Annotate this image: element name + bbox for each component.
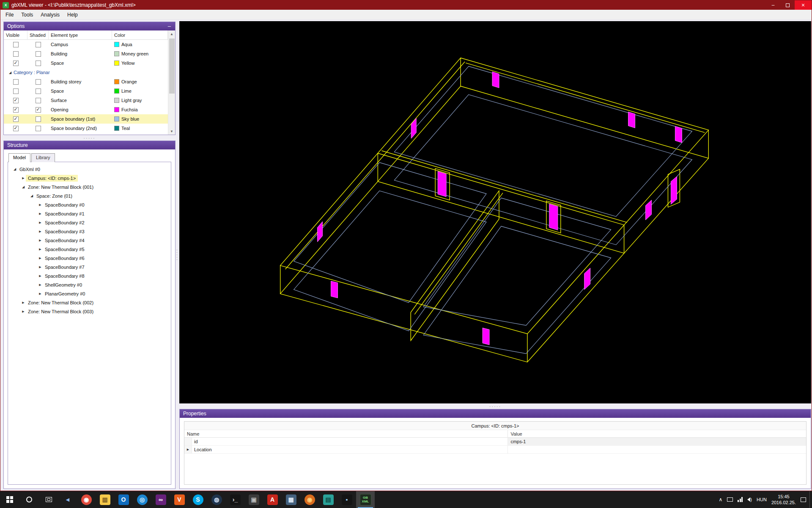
visible-checkbox[interactable] bbox=[13, 126, 19, 131]
taskbar-app-file-explorer[interactable]: ▥ bbox=[96, 491, 114, 508]
tab-model[interactable]: Model bbox=[8, 153, 30, 162]
main-splitter-vertical[interactable]: ····· bbox=[176, 20, 179, 491]
3d-viewport[interactable] bbox=[179, 21, 811, 403]
visible-checkbox[interactable] bbox=[13, 98, 19, 103]
minimize-button[interactable]: – bbox=[766, 0, 780, 10]
shaded-checkbox[interactable] bbox=[36, 51, 41, 57]
menu-item-file[interactable]: File bbox=[2, 11, 17, 19]
expander-icon[interactable]: ◢ bbox=[29, 194, 34, 198]
shaded-checkbox[interactable] bbox=[36, 79, 41, 85]
taskbar-app-vlc[interactable]: V bbox=[170, 491, 189, 508]
taskbar-app-skype[interactable]: S bbox=[189, 491, 207, 508]
display-icon[interactable] bbox=[727, 497, 733, 502]
taskbar-app-steam[interactable]: ◍ bbox=[207, 491, 226, 508]
expander-icon[interactable]: ▶ bbox=[38, 292, 43, 295]
options-row[interactable]: Space boundary (1st)Sky blue bbox=[4, 114, 168, 124]
tree-item[interactable]: ▶SpaceBoundary #6 bbox=[8, 254, 171, 262]
tree-item[interactable]: ▶ShellGeometry #0 bbox=[8, 280, 171, 289]
hidden-icons-chevron-icon[interactable]: ∧ bbox=[719, 497, 723, 502]
expander-icon[interactable]: ▶ bbox=[186, 448, 191, 451]
visible-checkbox[interactable] bbox=[13, 51, 19, 57]
expander-icon[interactable]: ▶ bbox=[38, 221, 43, 224]
menu-item-tools[interactable]: Tools bbox=[17, 11, 37, 19]
shaded-checkbox[interactable] bbox=[36, 107, 41, 113]
tree-item[interactable]: ▶SpaceBoundary #3 bbox=[8, 227, 171, 236]
options-row[interactable]: SpaceYellow bbox=[4, 58, 168, 68]
shaded-checkbox[interactable] bbox=[36, 42, 41, 47]
taskbar-app-acrobat[interactable]: A bbox=[263, 491, 282, 508]
expander-icon[interactable]: ▶ bbox=[21, 177, 26, 180]
maximize-button[interactable] bbox=[780, 0, 795, 10]
options-row[interactable]: CampusAqua bbox=[4, 40, 168, 49]
taskbar-app-photos-app[interactable]: ▪ bbox=[337, 491, 356, 508]
task-view-button[interactable] bbox=[39, 491, 58, 508]
start-button[interactable] bbox=[0, 491, 19, 508]
options-row[interactable]: OpeningFuchsia bbox=[4, 105, 168, 114]
scroll-down-icon[interactable]: ▼ bbox=[168, 128, 175, 135]
taskbar-app-mail-app[interactable]: ◄ bbox=[58, 491, 77, 508]
taskbar-app-gbxml-viewer[interactable]: GBXML bbox=[356, 491, 375, 508]
property-row[interactable]: idcmps-1 bbox=[184, 438, 806, 446]
action-center-icon[interactable] bbox=[801, 497, 806, 502]
tree-item[interactable]: ▶SpaceBoundary #5 bbox=[8, 245, 171, 254]
options-row[interactable]: Space boundary (2nd)Teal bbox=[4, 124, 168, 133]
visible-checkbox[interactable] bbox=[13, 107, 19, 113]
taskbar-app-browser[interactable]: ◎ bbox=[133, 491, 151, 508]
taskbar-app-folder-app[interactable]: ▤ bbox=[319, 491, 337, 508]
tree-item[interactable]: ◢Space: Zone (01) bbox=[8, 191, 171, 200]
property-row[interactable]: ▶Location bbox=[184, 446, 806, 454]
taskbar-app-save-tool[interactable]: ▦ bbox=[282, 491, 300, 508]
taskbar-app-firefox[interactable]: ◉ bbox=[300, 491, 319, 508]
options-scrollbar[interactable]: ▲ ▼ bbox=[168, 30, 175, 135]
expander-icon[interactable]: ▶ bbox=[38, 248, 43, 251]
expander-icon[interactable]: ▶ bbox=[38, 274, 43, 278]
visible-checkbox[interactable] bbox=[13, 79, 19, 85]
expander-icon[interactable]: ▶ bbox=[21, 310, 26, 313]
tree-item[interactable]: ▶Zone: New Thermal Block (002) bbox=[8, 298, 171, 307]
expander-icon[interactable]: ◢ bbox=[21, 185, 26, 189]
taskbar-app-visual-studio[interactable]: ∞ bbox=[151, 491, 170, 508]
tree-item[interactable]: ▶SpaceBoundary #8 bbox=[8, 271, 171, 280]
expander-icon[interactable]: ▶ bbox=[38, 265, 43, 269]
viewport-properties-splitter[interactable]: ····· bbox=[179, 403, 811, 409]
expander-icon[interactable]: ▶ bbox=[38, 257, 43, 260]
tab-library[interactable]: Library bbox=[31, 153, 55, 162]
network-icon[interactable] bbox=[738, 497, 743, 502]
tree-item[interactable]: ▶SpaceBoundary #4 bbox=[8, 236, 171, 245]
visible-checkbox[interactable] bbox=[13, 42, 19, 47]
expander-icon[interactable]: ◢ bbox=[12, 167, 17, 171]
tree-item[interactable]: ▶SpaceBoundary #7 bbox=[8, 262, 171, 271]
expander-icon[interactable]: ▶ bbox=[21, 301, 26, 304]
shaded-checkbox[interactable] bbox=[36, 116, 41, 122]
options-row[interactable]: BuildingMoney green bbox=[4, 49, 168, 58]
expander-icon[interactable]: ▶ bbox=[38, 230, 43, 233]
expander-icon[interactable]: ▶ bbox=[38, 283, 43, 287]
options-row[interactable]: SpaceLime bbox=[4, 86, 168, 96]
options-category-row[interactable]: ◢Category : Planar bbox=[4, 68, 168, 77]
taskbar-app-app-dark[interactable]: ▣ bbox=[244, 491, 263, 508]
visible-checkbox[interactable] bbox=[13, 116, 19, 122]
shaded-checkbox[interactable] bbox=[36, 98, 41, 103]
taskbar-app-command-prompt[interactable]: ›_ bbox=[226, 491, 244, 508]
close-button[interactable]: × bbox=[795, 0, 812, 10]
expander-icon[interactable]: ▶ bbox=[38, 239, 43, 242]
shaded-checkbox[interactable] bbox=[36, 126, 41, 131]
options-row[interactable]: Building storeyOrange bbox=[4, 77, 168, 86]
options-row[interactable]: SurfaceLight gray bbox=[4, 96, 168, 105]
tree-item[interactable]: ▶Campus: <ID: cmps-1> bbox=[8, 174, 171, 182]
tree-item[interactable]: ▶PlanarGeometry #0 bbox=[8, 289, 171, 298]
expander-icon[interactable]: ▶ bbox=[38, 212, 43, 215]
scroll-up-icon[interactable]: ▲ bbox=[168, 30, 175, 37]
language-indicator[interactable]: HUN bbox=[757, 497, 767, 502]
tree-item[interactable]: ▶SpaceBoundary #1 bbox=[8, 209, 171, 218]
row-gutter[interactable]: ▶ bbox=[184, 446, 192, 453]
visible-checkbox[interactable] bbox=[13, 88, 19, 94]
tree-item[interactable]: ▶SpaceBoundary #0 bbox=[8, 200, 171, 209]
taskbar-app-outlook[interactable]: O bbox=[114, 491, 133, 508]
menu-item-help[interactable]: Help bbox=[63, 11, 82, 19]
expander-icon[interactable]: ▶ bbox=[38, 203, 43, 207]
tree-item[interactable]: ◢Zone: New Thermal Block (001) bbox=[8, 182, 171, 191]
tree-item[interactable]: ▶Zone: New Thermal Block (003) bbox=[8, 307, 171, 316]
options-collapse-button[interactable]: – bbox=[167, 24, 172, 28]
volume-icon[interactable]: ) bbox=[747, 497, 752, 502]
